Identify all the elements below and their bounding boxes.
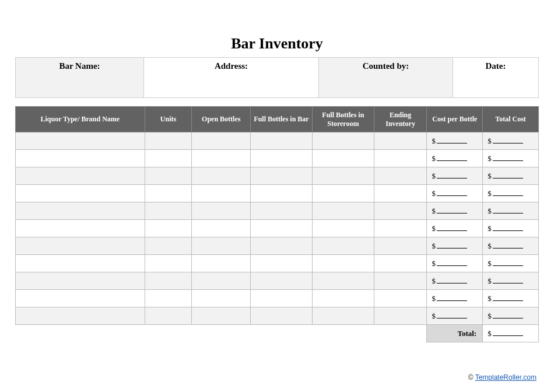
total-cost-field: $ xyxy=(488,206,523,215)
empty-cell xyxy=(251,325,313,342)
dollar-sign: $ xyxy=(488,259,492,268)
table-cell xyxy=(192,150,251,167)
table-cell xyxy=(251,290,313,307)
table-cell: $ xyxy=(483,185,539,202)
info-bar-name: Bar Name: xyxy=(16,58,144,97)
table-cell xyxy=(374,255,427,272)
table-cell xyxy=(374,220,427,237)
grand-total-field: $ xyxy=(488,329,523,338)
table-row: $$ xyxy=(16,202,539,220)
table-cell xyxy=(312,132,374,150)
total-label: Total: xyxy=(427,325,483,342)
dollar-sign: $ xyxy=(488,189,492,198)
table-row: $$ xyxy=(16,255,539,272)
table-cell xyxy=(312,255,374,272)
total-cost-field: $ xyxy=(488,189,523,198)
page-title: Bar Inventory xyxy=(15,35,539,52)
table-cell xyxy=(16,220,145,237)
total-cost-field: $ xyxy=(488,294,523,303)
cost-per-bottle-field: $ xyxy=(432,242,467,250)
table-cell xyxy=(374,272,427,290)
table-cell: $ xyxy=(483,132,539,150)
empty-cell xyxy=(192,325,251,342)
info-address: Address: xyxy=(144,58,319,97)
table-cell xyxy=(192,202,251,220)
dollar-sign: $ xyxy=(432,189,436,198)
table-cell xyxy=(312,307,374,325)
blank-line xyxy=(493,136,523,144)
blank-line xyxy=(437,294,467,301)
table-cell xyxy=(192,185,251,202)
grand-total-cell: $ xyxy=(483,325,539,342)
cost-per-bottle-field: $ xyxy=(432,276,467,285)
table-cell xyxy=(145,220,192,237)
table-cell xyxy=(312,167,374,185)
table-cell xyxy=(16,307,145,325)
cost-per-bottle-field: $ xyxy=(432,224,467,233)
table-cell xyxy=(312,150,374,167)
copyright-symbol: © xyxy=(468,373,474,382)
table-cell xyxy=(312,272,374,290)
blank-line xyxy=(493,242,523,249)
table-cell xyxy=(145,255,192,272)
col-header-units: Units xyxy=(145,107,192,132)
table-cell xyxy=(251,185,313,202)
table-cell: $ xyxy=(427,237,483,255)
credit-link[interactable]: TemplateRoller.com xyxy=(475,373,537,382)
cost-per-bottle-field: $ xyxy=(432,189,467,198)
blank-line xyxy=(493,224,523,231)
table-cell xyxy=(312,237,374,255)
table-cell: $ xyxy=(483,272,539,290)
table-cell xyxy=(16,237,145,255)
inventory-table: Liquor Type/ Brand Name Units Open Bottl… xyxy=(15,106,539,342)
cost-per-bottle-field: $ xyxy=(432,172,467,180)
table-cell xyxy=(145,307,192,325)
table-cell: $ xyxy=(427,167,483,185)
table-cell: $ xyxy=(427,220,483,237)
total-cost-field: $ xyxy=(488,224,523,233)
blank-line xyxy=(493,154,523,161)
table-cell: $ xyxy=(483,220,539,237)
dollar-sign: $ xyxy=(488,224,492,233)
blank-line xyxy=(493,329,523,336)
table-cell xyxy=(145,150,192,167)
table-cell: $ xyxy=(483,237,539,255)
table-cell xyxy=(374,307,427,325)
table-cell xyxy=(374,150,427,167)
table-cell xyxy=(16,132,145,150)
cost-per-bottle-field: $ xyxy=(432,206,467,215)
table-cell xyxy=(192,167,251,185)
empty-cell xyxy=(312,325,374,342)
cost-per-bottle-field: $ xyxy=(432,154,467,163)
blank-line xyxy=(493,189,523,196)
blank-line xyxy=(493,294,523,301)
table-cell: $ xyxy=(427,307,483,325)
total-cost-field: $ xyxy=(488,242,523,250)
table-cell xyxy=(374,185,427,202)
table-cell: $ xyxy=(427,272,483,290)
table-cell xyxy=(16,150,145,167)
dollar-sign: $ xyxy=(432,206,436,215)
table-cell xyxy=(312,202,374,220)
total-cost-field: $ xyxy=(488,172,523,180)
table-cell xyxy=(192,220,251,237)
table-row: $$ xyxy=(16,272,539,290)
dollar-sign: $ xyxy=(488,242,492,250)
blank-line xyxy=(437,224,467,231)
table-cell xyxy=(16,202,145,220)
table-cell xyxy=(251,167,313,185)
total-row: Total:$ xyxy=(16,325,539,342)
table-cell xyxy=(374,167,427,185)
table-cell: $ xyxy=(427,202,483,220)
table-cell xyxy=(251,307,313,325)
dollar-sign: $ xyxy=(488,329,492,338)
col-header-open-bottles: Open Bottles xyxy=(192,107,251,132)
table-cell xyxy=(251,220,313,237)
dollar-sign: $ xyxy=(432,242,436,250)
table-cell xyxy=(145,272,192,290)
table-cell: $ xyxy=(427,255,483,272)
table-row: $$ xyxy=(16,150,539,167)
table-cell xyxy=(374,202,427,220)
table-cell: $ xyxy=(483,202,539,220)
cost-per-bottle-field: $ xyxy=(432,312,467,320)
